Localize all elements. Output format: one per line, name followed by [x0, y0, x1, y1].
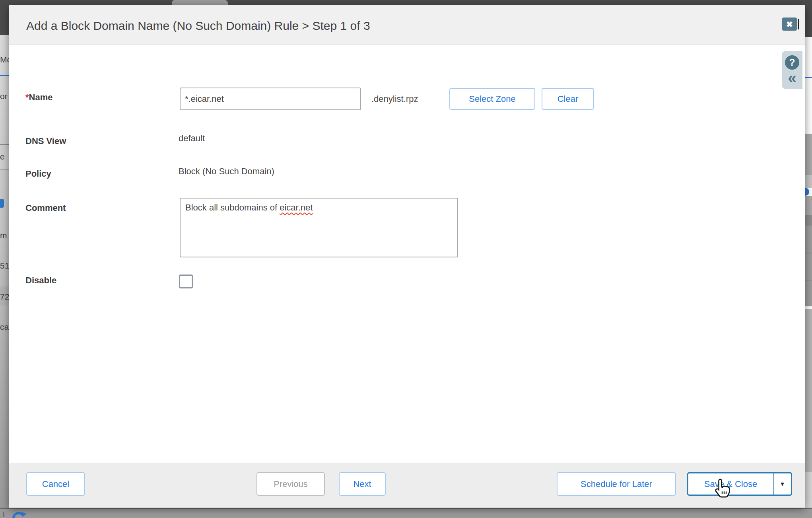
background-toolbar	[0, 0, 812, 5]
background-left-strip: Me or e m 51 72 ca	[0, 35, 9, 508]
schedule-for-later-button[interactable]: Schedule for Later	[557, 472, 676, 496]
background-tab	[172, 0, 228, 5]
background-table-rows	[805, 226, 812, 306]
background-text-fragment: e	[0, 152, 5, 162]
background-text-fragment: or	[0, 92, 8, 101]
dialog: Add a Block Domain Name (No Such Domain)…	[9, 5, 805, 508]
background-tick	[3, 512, 4, 517]
help-icon: ?	[789, 57, 795, 68]
background-icon-fragment	[805, 188, 809, 196]
background-bottom-bar	[0, 508, 812, 518]
collapse-icon: «	[788, 70, 796, 86]
name-label-text: Name	[29, 92, 53, 102]
close-button[interactable]: ✖	[782, 18, 797, 31]
background-tab-underline	[805, 77, 812, 78]
background-toolbar-left	[0, 0, 9, 35]
background-block	[805, 196, 812, 215]
save-close-split-button: Save & Close ▾	[687, 472, 792, 496]
dialog-title: Add a Block Domain Name (No Such Domain)…	[26, 5, 370, 45]
background-block	[805, 215, 812, 226]
dns-view-label: DNS View	[25, 136, 66, 146]
background-text-fragment: ca	[0, 322, 9, 332]
cancel-button[interactable]: Cancel	[26, 472, 85, 496]
comment-label: Comment	[25, 203, 66, 213]
collapse-button[interactable]: «	[788, 71, 796, 85]
disable-label: Disable	[25, 275, 56, 286]
required-asterisk: *	[25, 92, 29, 102]
comment-text-misspelled: eicar.net	[280, 203, 313, 212]
chevron-down-icon: ▾	[781, 480, 784, 488]
background-divider	[0, 169, 9, 170]
dns-view-value: default	[179, 133, 205, 144]
refresh-icon	[11, 510, 26, 518]
previous-button[interactable]: Previous	[256, 472, 325, 496]
dialog-header: Add a Block Domain Name (No Such Domain)…	[9, 5, 805, 45]
next-button[interactable]: Next	[339, 472, 386, 496]
background-icon-fragment	[0, 199, 4, 208]
dialog-footer	[9, 463, 805, 508]
background-block	[805, 472, 812, 508]
zone-suffix: .denylist.rpz	[371, 88, 418, 110]
name-input[interactable]	[180, 88, 361, 110]
save-options-dropdown-button[interactable]: ▾	[773, 473, 791, 495]
background-text-fragment: 51	[0, 261, 9, 271]
background-block	[805, 309, 812, 472]
background-right-strip	[805, 37, 812, 508]
background-text-fragment: 72	[0, 292, 9, 302]
background-text-fragment: m	[0, 231, 7, 240]
background-tab-underline	[0, 75, 9, 76]
policy-value: Block (No Such Domain)	[179, 166, 274, 177]
window-edge-fragment	[798, 19, 799, 29]
screen: Me or e m 51 72 ca	[0, 0, 812, 518]
clear-button[interactable]: Clear	[542, 88, 594, 110]
comment-text: Block all subdomains of	[185, 203, 280, 212]
background-text-fragment: Me	[0, 55, 9, 64]
help-panel: ? «	[782, 51, 802, 89]
background-toolbar-right	[805, 0, 812, 37]
help-button[interactable]: ?	[785, 55, 799, 70]
save-close-button[interactable]: Save & Close	[688, 473, 773, 495]
select-zone-button[interactable]: Select Zone	[449, 88, 535, 110]
comment-textarea[interactable]: Block all subdomains of eicar.net	[180, 198, 458, 257]
background-block	[805, 175, 812, 188]
background-block	[805, 134, 812, 175]
disable-checkbox[interactable]	[179, 275, 193, 288]
policy-label: Policy	[25, 169, 51, 179]
close-icon: ✖	[786, 20, 793, 28]
name-label: *Name	[25, 92, 52, 103]
